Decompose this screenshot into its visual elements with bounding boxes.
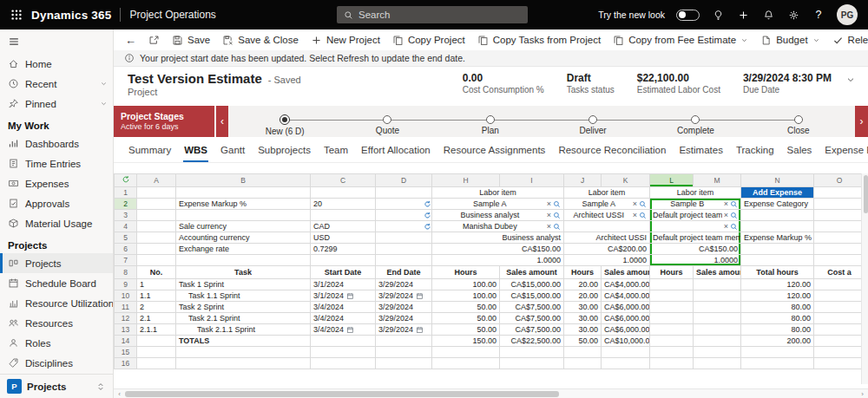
grid-cell[interactable] (311, 210, 376, 221)
grid-cell[interactable]: CAD (311, 221, 376, 232)
grid-cell[interactable]: 120.00 (741, 279, 814, 290)
stage-new-6-d[interactable]: New (6 D) (233, 106, 336, 137)
grid-cell[interactable] (432, 347, 500, 358)
grid-cell[interactable]: Total hours (741, 266, 814, 279)
grid-cell[interactable]: 30.00 (564, 313, 602, 324)
grid-cell[interactable] (741, 221, 814, 232)
grid-cell[interactable]: Business analyst (432, 232, 564, 244)
grid-cell[interactable]: 3/29/2024 (376, 313, 432, 324)
grid-cell[interactable]: 1 (137, 279, 176, 290)
grid-cell[interactable] (432, 358, 500, 369)
grid-cell[interactable]: Accounting currency (176, 232, 311, 244)
sidebar-item-expenses[interactable]: Expenses (0, 173, 113, 193)
grid-refresh-button[interactable] (115, 174, 137, 187)
grid-row-header-14[interactable]: 14 (115, 336, 137, 347)
grid-cell[interactable]: Sample A× (564, 199, 650, 210)
grid-cell[interactable]: CA$15,000.00 (500, 279, 564, 290)
sidebar-item-resource-utilization[interactable]: Resource Utilization (0, 293, 113, 313)
global-search[interactable]: Search (337, 6, 528, 23)
grid-cell[interactable]: 100.00 (432, 279, 500, 290)
sidebar-item-resources[interactable]: Resources (0, 313, 113, 333)
sidebar-item-home[interactable]: Home (0, 54, 113, 74)
grid-cell[interactable]: Architect USSI (564, 232, 650, 244)
grid-cell[interactable]: CA$22,500.00 (500, 336, 564, 347)
grid-cell[interactable] (376, 199, 432, 210)
app-launcher-button[interactable] (10, 9, 23, 21)
grid-cell[interactable]: Sales amount (602, 266, 650, 279)
grid-cell[interactable]: CA$200.00 (564, 244, 650, 255)
grid-cell[interactable]: Hours (432, 266, 500, 279)
grid-row-header-5[interactable]: 5 (115, 232, 137, 244)
grid-cell[interactable] (741, 347, 814, 358)
grid-cell[interactable] (311, 187, 376, 199)
grid-cell[interactable]: 3/4/2024 (311, 302, 376, 313)
grid-cell[interactable] (650, 336, 694, 347)
grid-row-header-3[interactable]: 3 (115, 210, 137, 221)
lookup-search-icon[interactable] (553, 223, 561, 231)
grid-cell[interactable]: 2.1 (137, 313, 176, 324)
grid-cell[interactable]: Add Expense (741, 187, 814, 199)
popout-button[interactable] (142, 29, 166, 50)
new-project-button[interactable]: New Project (305, 29, 386, 50)
grid-cell[interactable] (814, 187, 865, 199)
grid-cell[interactable] (814, 244, 865, 255)
grid-cell[interactable] (814, 290, 865, 302)
tab-effort-allocation[interactable]: Effort Allocation (360, 145, 431, 162)
sidebar-item-disciplines[interactable]: Disciplines (0, 353, 113, 373)
grid-cell[interactable]: 1.0000 (564, 255, 650, 266)
clear-icon[interactable]: × (724, 223, 728, 231)
sidebar-collapse-button[interactable] (0, 29, 113, 54)
grid-cell[interactable]: 20.00 (564, 279, 602, 290)
sidebar-item-pinned[interactable]: Pinned (0, 94, 113, 114)
grid-cell[interactable] (814, 336, 865, 347)
tab-summary[interactable]: Summary (128, 145, 172, 162)
scroll-left-arrow[interactable]: ‹ (115, 389, 124, 398)
grid-cell[interactable] (741, 244, 814, 255)
grid-cell[interactable] (564, 221, 650, 232)
grid-cell[interactable]: 50.00 (432, 324, 500, 336)
vertical-scrollbar[interactable] (861, 173, 868, 384)
clear-icon[interactable]: × (547, 212, 551, 219)
grid-cell[interactable] (650, 290, 694, 302)
grid-cell[interactable]: Task 1 Sprint (176, 279, 311, 290)
currency-refresh-icon[interactable] (424, 200, 431, 208)
grid-cell[interactable]: Labor item (564, 187, 650, 199)
grid-cell[interactable] (137, 199, 176, 210)
grid-cell[interactable]: CA$7,500.00 (500, 302, 564, 313)
currency-refresh-icon[interactable] (424, 223, 431, 231)
stage-deliver[interactable]: Deliver (542, 106, 644, 137)
grid-cell[interactable] (602, 358, 650, 369)
grid-cell[interactable] (500, 358, 564, 369)
grid-cell[interactable] (814, 232, 865, 244)
grid-row-header-13[interactable]: 13 (115, 324, 137, 336)
grid-cell[interactable] (741, 255, 814, 266)
sidebar-item-schedule-board[interactable]: Schedule Board (0, 273, 113, 293)
user-avatar[interactable]: PG (837, 4, 858, 25)
grid-cell[interactable] (311, 336, 376, 347)
grid-cell[interactable]: No. (137, 266, 176, 279)
grid-cell[interactable] (376, 232, 432, 244)
grid-row-header-16[interactable]: 16 (115, 358, 137, 369)
grid-cell[interactable]: CA$6,000.00 (602, 302, 650, 313)
grid-cell[interactable]: Task 1.1 Sprint (176, 290, 311, 302)
lookup-search-icon[interactable] (730, 223, 738, 231)
clear-icon[interactable]: × (724, 200, 728, 208)
grid-cell[interactable]: CA$6,000.00 (602, 313, 650, 324)
grid-cell[interactable]: 20.00 (564, 290, 602, 302)
grid-cell[interactable] (814, 199, 865, 210)
grid-cell[interactable] (814, 279, 865, 290)
grid-cell[interactable]: Cost a (814, 266, 865, 279)
save-close-button[interactable]: Save & Close (216, 29, 305, 50)
tab-subprojects[interactable]: Subprojects (257, 145, 312, 162)
grid-cell[interactable]: Default project team× (650, 210, 741, 221)
grid-cell[interactable]: 20 (311, 199, 376, 210)
grid-column-header-O[interactable]: O (814, 174, 865, 187)
grid-cell[interactable] (694, 336, 741, 347)
grid-cell[interactable]: USD (311, 232, 376, 244)
grid-cell[interactable] (650, 313, 694, 324)
grid-row-header-11[interactable]: 11 (115, 302, 137, 313)
bell-icon[interactable] (761, 8, 775, 22)
grid-column-header-J[interactable]: J (564, 174, 602, 187)
sidebar-area-switcher[interactable]: P Projects (0, 374, 113, 398)
grid-cell[interactable]: Start Date (311, 266, 376, 279)
